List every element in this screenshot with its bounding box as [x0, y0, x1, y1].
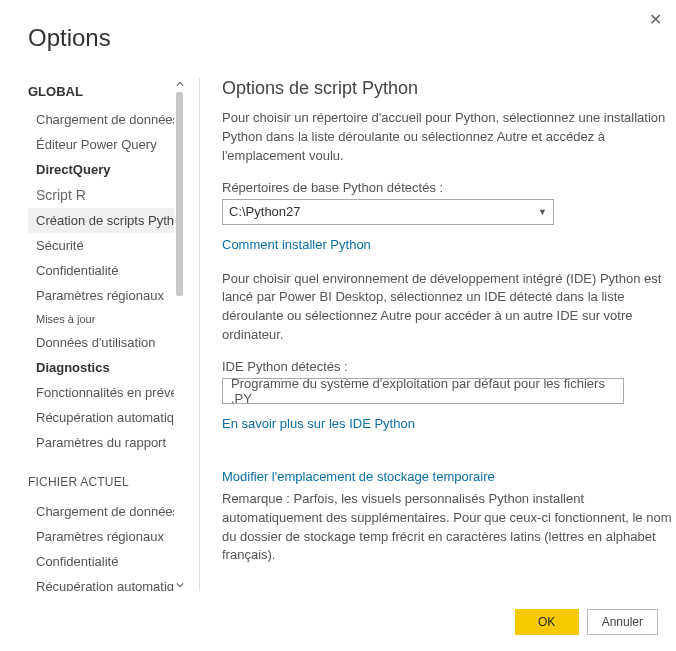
ide-learn-more-link[interactable]: En savoir plus sur les IDE Python: [222, 416, 415, 431]
modify-storage-link[interactable]: Modifier l'emplacement de stockage tempo…: [222, 469, 495, 484]
sidebar-item-regional[interactable]: Paramètres régionaux: [28, 283, 174, 308]
dialog-footer: OK Annuler: [515, 609, 658, 635]
sidebar: GLOBAL Chargement de données Éditeur Pow…: [28, 78, 174, 591]
sidebar-item-privacy[interactable]: Confidentialité: [28, 258, 174, 283]
python-home-label: Répertoires de base Python détectés :: [222, 180, 676, 195]
cancel-button[interactable]: Annuler: [587, 609, 658, 635]
sidebar-file-autorecovery[interactable]: Récupération automatique: [28, 574, 174, 591]
scroll-down-icon[interactable]: [174, 579, 186, 591]
sidebar-item-security[interactable]: Sécurité: [28, 233, 174, 258]
close-icon: ✕: [649, 11, 662, 28]
sidebar-container: GLOBAL Chargement de données Éditeur Pow…: [28, 78, 200, 591]
sidebar-item-usage-data[interactable]: Données d'utilisation: [28, 330, 174, 355]
scroll-track[interactable]: [176, 92, 183, 577]
ide-detected-value: Programme du système d'exploitation par …: [231, 376, 615, 406]
sidebar-item-preview[interactable]: Fonctionnalités en préversion: [28, 380, 174, 405]
ok-button[interactable]: OK: [515, 609, 579, 635]
sidebar-item-pq-editor[interactable]: Éditeur Power Query: [28, 132, 174, 157]
ide-intro-text: Pour choisir quel environnement de dével…: [222, 270, 676, 345]
dialog-body: GLOBAL Chargement de données Éditeur Pow…: [28, 78, 676, 591]
sidebar-divider: [199, 78, 200, 591]
ide-detected-box[interactable]: Programme du système d'exploitation par …: [222, 378, 624, 404]
chevron-down-icon: ▼: [538, 207, 547, 217]
close-button[interactable]: ✕: [649, 10, 662, 29]
sidebar-scrollbar[interactable]: [174, 78, 185, 591]
content-title: Options de script Python: [222, 78, 676, 99]
section-header-global: GLOBAL: [28, 78, 174, 107]
intro-text: Pour choisir un répertoire d'accueil pou…: [222, 109, 676, 166]
sidebar-item-autorecovery[interactable]: Récupération automatique: [28, 405, 174, 430]
sidebar-item-data-load[interactable]: Chargement de données: [28, 107, 174, 132]
section-header-file: FICHIER ACTUEL: [28, 455, 174, 499]
ide-label: IDE Python détectés :: [222, 359, 676, 374]
python-home-value: C:\Python27: [229, 204, 301, 219]
sidebar-item-directquery[interactable]: DirectQuery: [28, 157, 174, 182]
sidebar-item-report-settings[interactable]: Paramètres du rapport: [28, 430, 174, 455]
sidebar-item-diagnostics[interactable]: Diagnostics: [28, 355, 174, 380]
dialog-title: Options: [28, 24, 111, 52]
sidebar-file-regional[interactable]: Paramètres régionaux: [28, 524, 174, 549]
sidebar-item-r-script[interactable]: Script R: [28, 182, 174, 208]
sidebar-file-data-load[interactable]: Chargement de données: [28, 499, 174, 524]
install-python-link[interactable]: Comment installer Python: [222, 237, 371, 252]
sidebar-item-python-script[interactable]: Création de scripts Python: [28, 208, 174, 233]
scroll-up-icon[interactable]: [174, 78, 186, 90]
scroll-thumb[interactable]: [176, 92, 183, 296]
content-panel: Options de script Python Pour choisir un…: [200, 78, 676, 591]
python-home-dropdown[interactable]: C:\Python27 ▼: [222, 199, 554, 225]
storage-remark: Remarque : Parfois, les visuels personna…: [222, 490, 676, 565]
sidebar-file-privacy[interactable]: Confidentialité: [28, 549, 174, 574]
sidebar-item-updates[interactable]: Mises à jour: [28, 308, 174, 330]
